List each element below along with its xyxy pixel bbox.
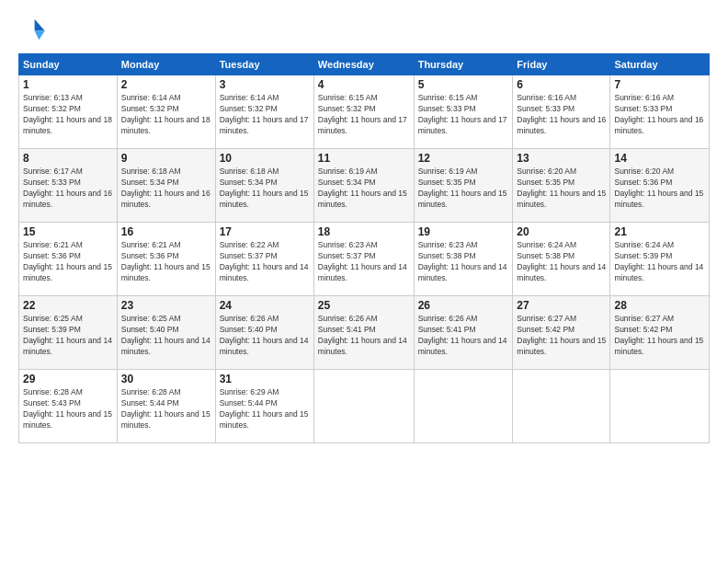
calendar-day-cell: 5 Sunrise: 6:15 AM Sunset: 5:33 PM Dayli… [414,75,513,149]
calendar-day-cell: 2 Sunrise: 6:14 AM Sunset: 5:32 PM Dayli… [117,75,215,149]
calendar-table: SundayMondayTuesdayWednesdayThursdayFrid… [18,53,710,443]
day-number: 16 [121,225,211,238]
calendar-day-cell [513,370,610,443]
calendar-day-cell: 29 Sunrise: 6:28 AM Sunset: 5:43 PM Dayl… [19,370,118,443]
day-number: 7 [614,78,705,91]
day-info: Sunrise: 6:20 AM Sunset: 5:35 PM Dayligh… [517,167,606,211]
calendar-day-cell: 14 Sunrise: 6:20 AM Sunset: 5:36 PM Dayl… [610,149,710,223]
day-number: 10 [220,152,310,165]
day-number: 31 [220,373,310,385]
weekday-header: Saturday [610,54,710,75]
calendar-week-row: 29 Sunrise: 6:28 AM Sunset: 5:43 PM Dayl… [19,370,710,443]
logo [18,15,51,44]
day-info: Sunrise: 6:22 AM Sunset: 5:37 PM Dayligh… [220,240,310,284]
day-info: Sunrise: 6:28 AM Sunset: 5:43 PM Dayligh… [23,387,113,431]
calendar-day-cell: 23 Sunrise: 6:25 AM Sunset: 5:40 PM Dayl… [117,296,215,370]
day-info: Sunrise: 6:16 AM Sunset: 5:33 PM Dayligh… [614,93,705,137]
day-info: Sunrise: 6:23 AM Sunset: 5:38 PM Dayligh… [418,240,509,284]
calendar-week-row: 8 Sunrise: 6:17 AM Sunset: 5:33 PM Dayli… [19,149,710,223]
day-number: 29 [23,373,113,385]
header [18,15,710,44]
day-number: 25 [318,299,410,312]
day-info: Sunrise: 6:21 AM Sunset: 5:36 PM Dayligh… [121,240,211,284]
calendar-day-cell: 30 Sunrise: 6:28 AM Sunset: 5:44 PM Dayl… [117,370,215,443]
day-number: 17 [220,225,310,238]
weekday-header: Sunday [19,54,118,75]
day-number: 14 [614,152,705,165]
calendar-day-cell: 24 Sunrise: 6:26 AM Sunset: 5:40 PM Dayl… [215,296,313,370]
calendar-day-cell: 16 Sunrise: 6:21 AM Sunset: 5:36 PM Dayl… [117,223,215,296]
calendar-day-cell: 8 Sunrise: 6:17 AM Sunset: 5:33 PM Dayli… [19,149,118,223]
day-number: 1 [23,78,113,91]
day-info: Sunrise: 6:29 AM Sunset: 5:44 PM Dayligh… [220,387,310,431]
day-number: 19 [418,225,509,238]
day-number: 15 [23,225,113,238]
day-number: 4 [318,78,410,91]
day-info: Sunrise: 6:14 AM Sunset: 5:32 PM Dayligh… [121,93,211,137]
page: SundayMondayTuesdayWednesdayThursdayFrid… [0,0,728,563]
day-number: 28 [614,299,705,312]
calendar-day-cell [313,370,414,443]
weekday-header: Wednesday [313,54,414,75]
day-info: Sunrise: 6:15 AM Sunset: 5:32 PM Dayligh… [318,93,410,137]
day-number: 26 [418,299,509,312]
calendar-week-row: 22 Sunrise: 6:25 AM Sunset: 5:39 PM Dayl… [19,296,710,370]
day-info: Sunrise: 6:27 AM Sunset: 5:42 PM Dayligh… [614,314,705,358]
svg-marker-0 [35,19,45,31]
calendar-day-cell: 17 Sunrise: 6:22 AM Sunset: 5:37 PM Dayl… [215,223,313,296]
day-info: Sunrise: 6:19 AM Sunset: 5:34 PM Dayligh… [318,167,410,211]
day-info: Sunrise: 6:14 AM Sunset: 5:32 PM Dayligh… [220,93,310,137]
day-number: 21 [614,225,705,238]
calendar-day-cell: 13 Sunrise: 6:20 AM Sunset: 5:35 PM Dayl… [513,149,610,223]
day-info: Sunrise: 6:15 AM Sunset: 5:33 PM Dayligh… [418,93,509,137]
calendar-day-cell [610,370,710,443]
day-info: Sunrise: 6:18 AM Sunset: 5:34 PM Dayligh… [121,167,211,211]
weekday-header: Monday [117,54,215,75]
calendar-day-cell: 31 Sunrise: 6:29 AM Sunset: 5:44 PM Dayl… [215,370,313,443]
day-number: 24 [220,299,310,312]
day-number: 3 [220,78,310,91]
day-number: 12 [418,152,509,165]
logo-icon [18,15,48,44]
day-info: Sunrise: 6:17 AM Sunset: 5:33 PM Dayligh… [23,167,113,211]
day-number: 18 [318,225,410,238]
weekday-header: Thursday [414,54,513,75]
day-number: 20 [517,225,606,238]
calendar-day-cell: 18 Sunrise: 6:23 AM Sunset: 5:37 PM Dayl… [313,223,414,296]
day-info: Sunrise: 6:26 AM Sunset: 5:40 PM Dayligh… [220,314,310,358]
day-number: 8 [23,152,113,165]
day-info: Sunrise: 6:25 AM Sunset: 5:39 PM Dayligh… [23,314,113,358]
calendar-day-cell: 27 Sunrise: 6:27 AM Sunset: 5:42 PM Dayl… [513,296,610,370]
calendar-day-cell: 26 Sunrise: 6:26 AM Sunset: 5:41 PM Dayl… [414,296,513,370]
calendar-day-cell: 6 Sunrise: 6:16 AM Sunset: 5:33 PM Dayli… [513,75,610,149]
day-number: 13 [517,152,606,165]
day-info: Sunrise: 6:23 AM Sunset: 5:37 PM Dayligh… [318,240,410,284]
day-number: 27 [517,299,606,312]
weekday-header: Tuesday [215,54,313,75]
day-number: 6 [517,78,606,91]
calendar-day-cell: 15 Sunrise: 6:21 AM Sunset: 5:36 PM Dayl… [19,223,118,296]
day-info: Sunrise: 6:13 AM Sunset: 5:32 PM Dayligh… [23,93,113,137]
svg-marker-1 [35,31,45,40]
day-number: 2 [121,78,211,91]
calendar-week-row: 15 Sunrise: 6:21 AM Sunset: 5:36 PM Dayl… [19,223,710,296]
calendar-week-row: 1 Sunrise: 6:13 AM Sunset: 5:32 PM Dayli… [19,75,710,149]
calendar-day-cell: 1 Sunrise: 6:13 AM Sunset: 5:32 PM Dayli… [19,75,118,149]
day-number: 30 [121,373,211,385]
day-info: Sunrise: 6:24 AM Sunset: 5:38 PM Dayligh… [517,240,606,284]
day-number: 11 [318,152,410,165]
calendar-day-cell: 21 Sunrise: 6:24 AM Sunset: 5:39 PM Dayl… [610,223,710,296]
calendar-day-cell: 11 Sunrise: 6:19 AM Sunset: 5:34 PM Dayl… [313,149,414,223]
calendar-day-cell: 9 Sunrise: 6:18 AM Sunset: 5:34 PM Dayli… [117,149,215,223]
calendar-day-cell: 3 Sunrise: 6:14 AM Sunset: 5:32 PM Dayli… [215,75,313,149]
calendar-header-row: SundayMondayTuesdayWednesdayThursdayFrid… [19,54,710,75]
calendar-day-cell: 4 Sunrise: 6:15 AM Sunset: 5:32 PM Dayli… [313,75,414,149]
day-info: Sunrise: 6:19 AM Sunset: 5:35 PM Dayligh… [418,167,509,211]
day-info: Sunrise: 6:26 AM Sunset: 5:41 PM Dayligh… [318,314,410,358]
day-number: 22 [23,299,113,312]
calendar-day-cell: 10 Sunrise: 6:18 AM Sunset: 5:34 PM Dayl… [215,149,313,223]
day-number: 23 [121,299,211,312]
day-info: Sunrise: 6:25 AM Sunset: 5:40 PM Dayligh… [121,314,211,358]
day-info: Sunrise: 6:28 AM Sunset: 5:44 PM Dayligh… [121,387,211,431]
day-info: Sunrise: 6:27 AM Sunset: 5:42 PM Dayligh… [517,314,606,358]
